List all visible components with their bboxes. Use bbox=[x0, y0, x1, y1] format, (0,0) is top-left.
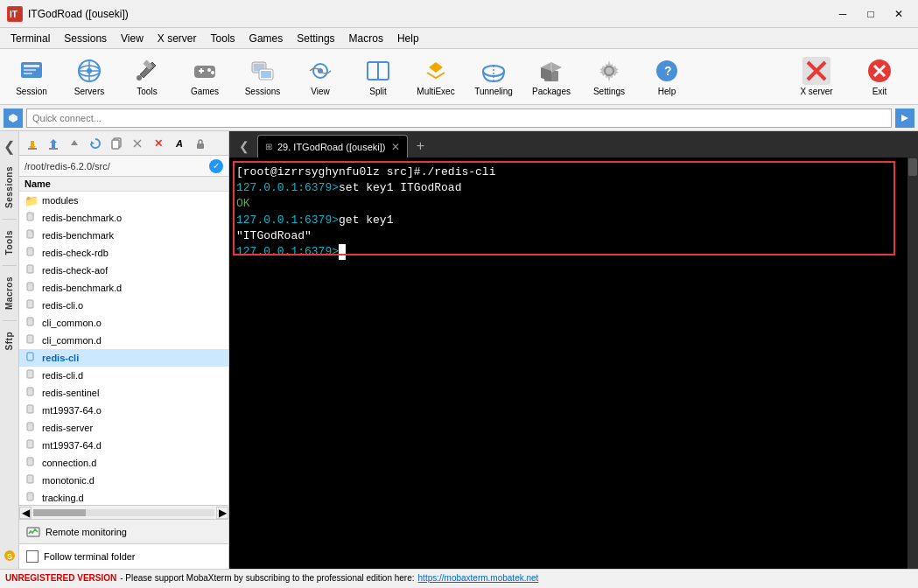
file-name: mt19937-64.d bbox=[42, 440, 102, 451]
sessions-toolbar-up[interactable] bbox=[65, 134, 84, 153]
toolbar-view-button[interactable]: View bbox=[292, 52, 348, 102]
toolbar-multiexec-button[interactable]: MultiExec bbox=[408, 52, 464, 102]
list-item[interactable]: redis-cli.d bbox=[19, 367, 228, 384]
list-item[interactable]: mt19937-64.o bbox=[19, 402, 228, 419]
svg-point-11 bbox=[137, 75, 142, 80]
status-link[interactable]: https://mobaxterm.mobatek.net bbox=[418, 573, 539, 583]
close-button[interactable]: ✕ bbox=[886, 4, 911, 24]
terminal-area[interactable]: [root@izrrsyghynfu0lz src]# ./redis-cli … bbox=[229, 158, 907, 569]
toolbar-split-button[interactable]: Split bbox=[350, 52, 406, 102]
terminal-line: "ITGodRoad" bbox=[236, 228, 900, 244]
list-item[interactable]: monotonic.d bbox=[19, 472, 228, 489]
toolbar-xserver-button[interactable]: X server bbox=[788, 52, 844, 102]
file-icon bbox=[25, 228, 39, 242]
scrollbar-thumb[interactable] bbox=[33, 509, 86, 516]
toolbar-sessions-button[interactable]: Sessions bbox=[235, 52, 291, 102]
sessions-toolbar-copy[interactable] bbox=[107, 134, 126, 153]
list-item[interactable]: redis-check-aof bbox=[19, 262, 228, 279]
scrollbar-track[interactable] bbox=[33, 509, 214, 516]
tab-nav-left[interactable]: ❮ bbox=[233, 135, 256, 158]
toolbar: Session Servers Tools bbox=[0, 49, 918, 105]
toolbar-servers-button[interactable]: Servers bbox=[61, 52, 117, 102]
file-name: redis-benchmark.o bbox=[42, 213, 122, 223]
toolbar-xserver-label: X server bbox=[800, 87, 832, 96]
list-item-selected[interactable]: redis-cli bbox=[19, 349, 228, 367]
menu-xserver[interactable]: X server bbox=[151, 28, 204, 48]
sessions-toolbar-refresh[interactable] bbox=[86, 134, 105, 153]
sidebar-tab-sessions[interactable]: Sessions bbox=[2, 158, 17, 217]
list-item[interactable]: redis-server bbox=[19, 419, 228, 437]
tab-close-button[interactable]: ✕ bbox=[391, 141, 400, 153]
menu-games[interactable]: Games bbox=[242, 28, 291, 48]
toolbar-exit-button[interactable]: Exit bbox=[851, 52, 907, 102]
sessions-toolbar-download[interactable] bbox=[23, 134, 42, 153]
list-item[interactable]: cli_common.d bbox=[19, 332, 228, 349]
sessions-toolbar-cut[interactable] bbox=[128, 134, 147, 153]
svg-rect-21 bbox=[261, 71, 271, 78]
file-list[interactable]: Name 📁 modules redis-benchmark.o redis-b… bbox=[19, 177, 228, 505]
toolbar-session-button[interactable]: Session bbox=[4, 52, 60, 102]
sessions-toolbar-upload[interactable] bbox=[44, 134, 63, 153]
list-item[interactable]: 📁 modules bbox=[19, 192, 228, 209]
sftp-icon-btn[interactable]: S bbox=[0, 546, 19, 565]
scrollbar-thumb-v[interactable] bbox=[908, 158, 917, 176]
sidebar-tab-macros[interactable]: Macros bbox=[2, 268, 17, 318]
menu-view[interactable]: View bbox=[114, 28, 151, 48]
terminal-tab-active[interactable]: ⊞ 29. ITGodRoad ([ouseki]) ✕ bbox=[257, 135, 408, 158]
horizontal-scrollbar[interactable]: ◀ ▶ bbox=[19, 505, 228, 519]
list-item[interactable]: redis-check-rdb bbox=[19, 244, 228, 262]
menu-terminal[interactable]: Terminal bbox=[4, 28, 57, 48]
menu-sessions[interactable]: Sessions bbox=[57, 28, 114, 48]
toolbar-tools-button[interactable]: Tools bbox=[119, 52, 175, 102]
path-bar: /root/redis-6.2.0/src/ ✓ bbox=[19, 156, 228, 177]
list-item[interactable]: connection.d bbox=[19, 454, 228, 472]
sessions-toolbar-delete[interactable]: ✕ bbox=[149, 134, 168, 153]
sessions-toolbar-rename[interactable]: A bbox=[170, 134, 189, 153]
list-item[interactable]: mt19937-64.d bbox=[19, 437, 228, 454]
scroll-left-button[interactable]: ◀ bbox=[19, 507, 32, 519]
menu-macros[interactable]: Macros bbox=[342, 28, 390, 48]
toolbar-help-button[interactable]: ? Help bbox=[639, 52, 695, 102]
file-icon bbox=[25, 438, 39, 452]
file-name: mt19937-64.o bbox=[42, 405, 102, 416]
toolbar-games-label: Games bbox=[191, 87, 219, 96]
toolbar-tunneling-button[interactable]: Tunneling bbox=[466, 52, 522, 102]
toolbar-packages-button[interactable]: Packages bbox=[523, 52, 579, 102]
current-path: /root/redis-6.2.0/src/ bbox=[25, 161, 206, 172]
vertical-scrollbar[interactable] bbox=[907, 158, 918, 569]
toolbar-right: X server Exit bbox=[788, 52, 914, 102]
list-item[interactable]: redis-cli.o bbox=[19, 297, 228, 314]
menu-settings[interactable]: Settings bbox=[290, 28, 341, 48]
quick-connect-input[interactable] bbox=[26, 108, 892, 128]
list-item[interactable]: tracking.d bbox=[19, 489, 228, 505]
list-item[interactable]: redis-sentinel bbox=[19, 384, 228, 402]
minimize-button[interactable]: ─ bbox=[830, 4, 855, 24]
file-name: tracking.d bbox=[42, 493, 84, 503]
sessions-toolbar: ✕ A bbox=[19, 131, 228, 156]
remote-monitoring-button[interactable]: Remote monitoring bbox=[19, 520, 228, 544]
sidebar-tab-tools[interactable]: Tools bbox=[2, 221, 17, 263]
menu-tools[interactable]: Tools bbox=[204, 28, 242, 48]
list-item[interactable]: redis-benchmark.o bbox=[19, 209, 228, 227]
menu-help[interactable]: Help bbox=[390, 28, 426, 48]
toolbar-settings-button[interactable]: Settings bbox=[581, 52, 637, 102]
sessions-toolbar-lock[interactable] bbox=[191, 134, 210, 153]
follow-folder-label: Follow terminal folder bbox=[44, 551, 136, 562]
svg-rect-61 bbox=[27, 370, 33, 378]
tab-bar: ❮ ⊞ 29. ITGodRoad ([ouseki]) ✕ + bbox=[229, 131, 918, 158]
maximize-button[interactable]: □ bbox=[858, 4, 883, 24]
svg-text:S: S bbox=[7, 552, 12, 561]
terminal-command: set key1 ITGodRoad bbox=[339, 180, 461, 196]
list-item[interactable]: cli_common.o bbox=[19, 314, 228, 332]
games-icon bbox=[191, 57, 219, 85]
add-tab-button[interactable]: + bbox=[410, 135, 432, 158]
toolbar-games-button[interactable]: Games bbox=[177, 52, 233, 102]
svg-rect-42 bbox=[28, 148, 37, 150]
follow-folder-checkbox[interactable] bbox=[26, 550, 39, 563]
list-item[interactable]: redis-benchmark.d bbox=[19, 279, 228, 297]
scroll-right-button[interactable]: ▶ bbox=[216, 507, 228, 519]
connect-button[interactable] bbox=[895, 108, 914, 128]
sidebar-tab-sftp[interactable]: Sftp bbox=[2, 323, 17, 359]
list-item[interactable]: redis-benchmark bbox=[19, 227, 228, 244]
collapse-button[interactable]: ❮ bbox=[0, 135, 19, 158]
